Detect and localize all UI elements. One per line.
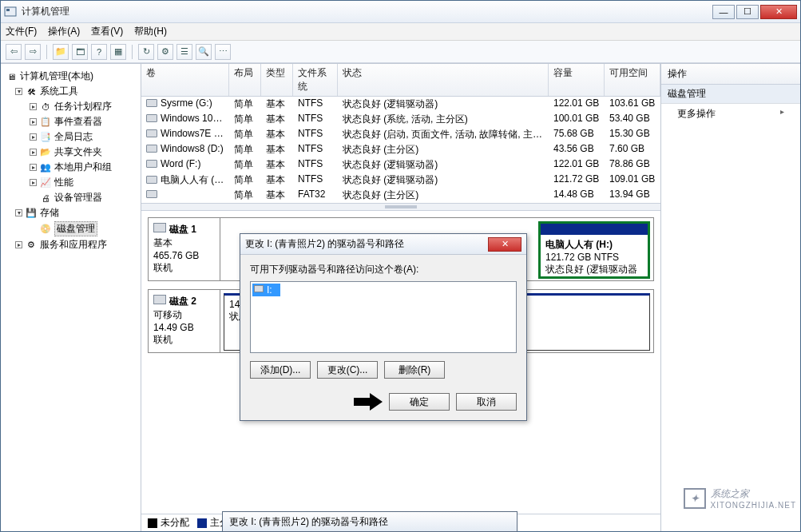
toolbar: ⇦ ⇨ 📁 🗔 ? ▦ ↻ ⚙ ☰ 🔍 ⋯ — [1, 41, 800, 63]
drive-letter-item[interactable]: I: — [252, 284, 280, 296]
expand-icon[interactable]: ▸ — [30, 149, 37, 156]
extra-button[interactable]: ⋯ — [215, 44, 231, 60]
window-title: 计算机管理 — [22, 5, 712, 18]
table-row[interactable]: Sysrme (G:)简单基本NTFS状态良好 (逻辑驱动器)122.01 GB… — [141, 97, 660, 112]
expand-icon[interactable]: ▸ — [30, 179, 37, 186]
change-button[interactable]: 更改(C)... — [317, 361, 378, 379]
table-row[interactable]: Word (F:)简单基本NTFS状态良好 (逻辑驱动器)122.01 GB78… — [141, 157, 660, 173]
splitter[interactable] — [141, 203, 660, 211]
tree-task-scheduler[interactable]: ▸⏱任务计划程序 — [4, 99, 137, 114]
perf-icon: 📈 — [40, 177, 51, 189]
table-row[interactable]: Windows8 (D:)简单基本NTFS状态良好 (主分区)43.56 GB7… — [141, 142, 660, 157]
services-icon: ⚙ — [26, 240, 37, 251]
swatch-unallocated — [148, 518, 157, 528]
tree-disk-management[interactable]: 📀磁盘管理 — [4, 220, 137, 237]
drive-icon — [146, 190, 157, 198]
minimize-button[interactable]: — — [712, 5, 735, 19]
refresh-button[interactable]: ↻ — [138, 44, 154, 60]
expand-icon[interactable]: ▸ — [30, 118, 37, 125]
disk-icon: 📀 — [40, 224, 51, 235]
cancel-button[interactable]: 取消 — [456, 393, 517, 411]
table-row[interactable]: Windows7E (C:)简单基本NTFS状态良好 (启动, 页面文件, 活动… — [141, 127, 660, 142]
expand-icon[interactable]: ▸ — [15, 241, 22, 248]
list-button[interactable]: ☰ — [176, 44, 192, 60]
col-fs[interactable]: 文件系统 — [293, 64, 338, 96]
log-icon: 📑 — [40, 132, 51, 143]
collapse-icon[interactable]: ▾ — [15, 209, 22, 216]
tree-device-manager[interactable]: 🖨设备管理器 — [4, 190, 137, 205]
collapse-icon[interactable]: ▾ — [15, 88, 22, 95]
add-button[interactable]: 添加(D)... — [250, 361, 311, 379]
tree-system-tools[interactable]: ▾🛠系统工具 — [4, 84, 137, 99]
drive-icon — [146, 129, 157, 137]
computer-icon: 🖥 — [6, 71, 17, 82]
dialog-titlebar: 更改 I: (青青照片2) 的驱动器号和路径 ✕ — [240, 234, 526, 255]
settings-button[interactable]: ⚙ — [157, 44, 173, 60]
menu-file[interactable]: 文件(F) — [6, 25, 37, 38]
expand-icon[interactable]: ▸ — [30, 133, 37, 141]
col-layout[interactable]: 布局 — [229, 64, 261, 96]
volume-selected[interactable]: 电脑人人有 (H:) 121.72 GB NTFS 状态良好 (逻辑驱动器 — [538, 221, 650, 279]
view-button[interactable]: ▦ — [110, 44, 126, 60]
taskbar-dialog-item[interactable]: 更改 I: (青青照片2) 的驱动器号和路径 — [222, 511, 517, 532]
tree-storage[interactable]: ▾💾存储 — [4, 205, 137, 220]
titlebar: 计算机管理 — ☐ ✕ — [1, 1, 800, 23]
tree-root[interactable]: 🖥计算机管理(本地) — [4, 69, 137, 84]
volume-status: 状态良好 (逻辑驱动器 — [545, 264, 637, 275]
dialog-instruction: 可用下列驱动器号和路径访问这个卷(A): — [250, 263, 517, 276]
expand-icon[interactable]: ▸ — [30, 164, 37, 171]
disk-1-label: 磁盘 1 基本 465.76 GB 联机 — [149, 218, 220, 280]
drive-icon — [146, 160, 157, 168]
help2-button[interactable]: ? — [91, 44, 107, 60]
find-button[interactable]: 🔍 — [196, 44, 212, 60]
forward-button[interactable]: ⇨ — [25, 44, 41, 60]
change-drive-letter-dialog: 更改 I: (青青照片2) 的驱动器号和路径 ✕ 可用下列驱动器号和路径访问这个… — [240, 233, 527, 421]
col-volume[interactable]: 卷 — [141, 64, 229, 96]
props-button[interactable]: 🗔 — [72, 44, 88, 60]
dialog-close-button[interactable]: ✕ — [488, 237, 521, 252]
users-icon: 👥 — [40, 162, 51, 173]
tree-shared-folders[interactable]: ▸📂共享文件夹 — [4, 145, 137, 160]
storage-icon: 💾 — [26, 208, 37, 219]
tree-local-users[interactable]: ▸👥本地用户和组 — [4, 160, 137, 175]
back-button[interactable]: ⇦ — [6, 44, 22, 60]
close-button[interactable]: ✕ — [760, 5, 797, 19]
col-capacity[interactable]: 容量 — [549, 64, 605, 96]
col-free[interactable]: 可用空间 — [605, 64, 660, 96]
table-row[interactable]: Windows 10 (E:)简单基本NTFS状态良好 (系统, 活动, 主分区… — [141, 112, 660, 127]
nav-tree[interactable]: 🖥计算机管理(本地) ▾🛠系统工具 ▸⏱任务计划程序 ▸📋事件查看器 ▸📑全局日… — [1, 64, 141, 531]
action-more[interactable]: 更多操作 — [661, 104, 800, 124]
col-type[interactable]: 类型 — [261, 64, 293, 96]
dialog-title: 更改 I: (青青照片2) 的驱动器号和路径 — [245, 237, 488, 251]
volume-size: 121.72 GB NTFS — [545, 252, 619, 263]
menubar: 文件(F) 操作(A) 查看(V) 帮助(H) — [1, 23, 800, 41]
table-row[interactable]: 简单基本FAT32状态良好 (主分区)14.48 GB13.94 GB — [141, 188, 660, 203]
col-status[interactable]: 状态 — [338, 64, 549, 96]
folder-icon: 📂 — [40, 147, 51, 158]
remove-button[interactable]: 删除(R) — [384, 361, 445, 379]
menu-view[interactable]: 查看(V) — [91, 25, 123, 38]
actions-group[interactable]: 磁盘管理 — [661, 85, 800, 104]
ok-button[interactable]: 确定 — [389, 393, 450, 411]
volume-header — [541, 224, 648, 235]
menu-help[interactable]: 帮助(H) — [134, 25, 167, 38]
svg-rect-0 — [5, 7, 16, 16]
tree-event-viewer[interactable]: ▸📋事件查看器 — [4, 114, 137, 129]
drive-letter-listbox[interactable]: I: — [250, 281, 517, 353]
tree-global-logs[interactable]: ▸📑全局日志 — [4, 129, 137, 145]
volume-grid-body[interactable]: Sysrme (G:)简单基本NTFS状态良好 (逻辑驱动器)122.01 GB… — [141, 97, 660, 203]
device-icon: 🖨 — [40, 193, 51, 204]
drive-icon — [146, 176, 157, 184]
up-button[interactable]: 📁 — [53, 44, 69, 60]
table-row[interactable]: 电脑人人有 (H:)简单基本NTFS状态良好 (逻辑驱动器)121.72 GB1… — [141, 173, 660, 188]
maximize-button[interactable]: ☐ — [736, 5, 759, 19]
app-icon — [4, 6, 17, 18]
tree-performance[interactable]: ▸📈性能 — [4, 175, 137, 190]
disk-2-label: 磁盘 2 可移动 14.49 GB 联机 — [149, 290, 220, 352]
tools-icon: 🛠 — [26, 86, 37, 97]
actions-pane: 操作 磁盘管理 更多操作 — [661, 64, 800, 531]
menu-action[interactable]: 操作(A) — [48, 25, 80, 38]
drive-icon — [146, 99, 157, 107]
tree-services-apps[interactable]: ▸⚙服务和应用程序 — [4, 237, 137, 252]
expand-icon[interactable]: ▸ — [30, 103, 37, 110]
